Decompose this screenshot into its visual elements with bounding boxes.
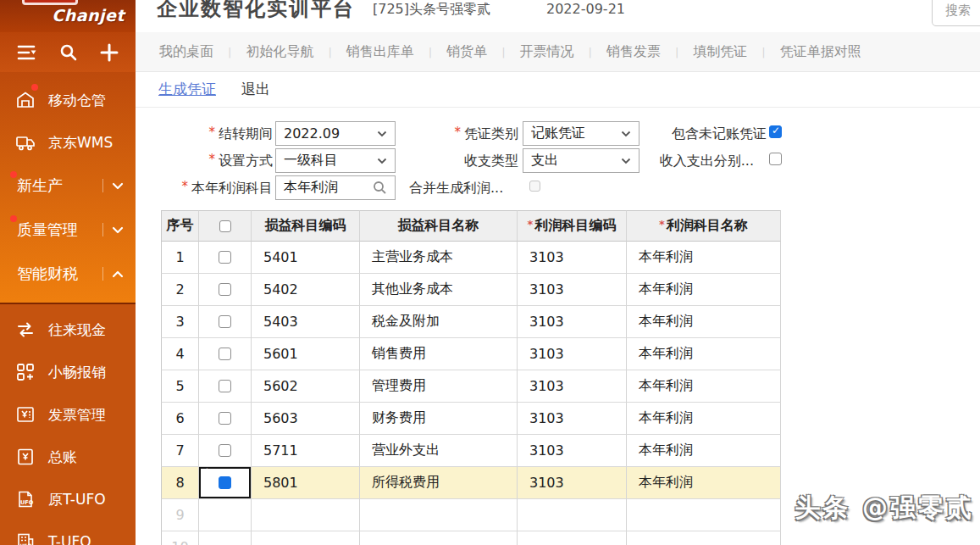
voucher-type-label: 凭证类别 <box>381 121 518 146</box>
row-checkbox[interactable] <box>219 412 231 425</box>
row-checkbox-cell[interactable] <box>199 403 252 435</box>
period-select[interactable]: 2022.09 <box>275 121 396 146</box>
profit-account-name-cell: 本年利润 <box>627 370 781 403</box>
table-row-10: 10 <box>161 531 781 545</box>
sidebar-item-T-UFO[interactable]: UFOT-UFO <box>0 520 136 545</box>
row-checkbox-cell[interactable] <box>199 435 252 467</box>
sidebar-nav-sub: 往来现金小畅报销发票管理总账UFO原T-UFOUFOT-UFO <box>0 303 136 545</box>
sidebar-group-label: 新生产 <box>17 175 102 196</box>
profit-account-name-cell: 本年利润 <box>627 274 781 306</box>
sidebar-group-新生产[interactable]: 新生产 <box>0 164 136 208</box>
sidebar-item-移动仓管[interactable]: 移动仓管 <box>0 79 136 121</box>
add-icon[interactable] <box>100 43 119 62</box>
expense-type-value: 支出 <box>531 152 558 170</box>
profit-account-input[interactable]: 本年利润 <box>275 175 396 200</box>
profit-account-code-cell: 3103 <box>518 435 627 467</box>
seq-cell: 2 <box>161 274 199 306</box>
table-row-9: 9 <box>161 499 781 531</box>
sidebar-item-京东WMS[interactable]: 京东WMS <box>0 121 136 164</box>
merge-generate-checkbox[interactable] <box>529 181 540 192</box>
expense-type-select[interactable]: 支出 <box>523 148 639 173</box>
loss-account-name-cell <box>360 499 518 531</box>
table-row-5: 55602管理费用3103本年利润 <box>161 370 781 403</box>
profit-account-name-cell: 本年利润 <box>627 435 781 467</box>
row-checkbox-cell[interactable] <box>199 274 252 306</box>
loss-account-code-cell: 5601 <box>252 338 360 370</box>
tab-separator: | <box>328 46 331 58</box>
row-checkbox[interactable] <box>219 251 231 264</box>
tab-凭证单据对照[interactable]: 凭证单据对照 <box>780 43 861 61</box>
separate-income-expense-label: 收入支出分别... <box>658 148 754 173</box>
sidebar-nav-main: 移动仓管京东WMS新生产质量管理智能财税 <box>0 72 136 303</box>
tab-我的桌面[interactable]: 我的桌面 <box>159 43 213 61</box>
ledger-icon <box>15 447 36 467</box>
row-checkbox[interactable] <box>219 283 231 296</box>
voucher-type-select[interactable]: 记账凭证 <box>523 121 639 146</box>
generate-voucher-link[interactable]: 生成凭证 <box>158 80 216 99</box>
sidebar: Chanjet 移动仓管京东WMS新生产质量管理智能财税 往来现金小畅报销发票管… <box>0 0 136 545</box>
setting-mode-select[interactable]: 一级科目 <box>275 148 396 173</box>
exchange-icon <box>15 320 36 340</box>
tab-填制凭证[interactable]: 填制凭证 <box>693 43 747 61</box>
row-checkbox[interactable] <box>219 476 231 489</box>
table-row-7: 75711营业外支出3103本年利润 <box>161 435 781 467</box>
magnifier-icon[interactable] <box>373 181 387 195</box>
sidebar-group-智能财税[interactable]: 智能财税 <box>0 252 136 296</box>
exit-link[interactable]: 退出 <box>241 80 270 99</box>
row-checkbox[interactable] <box>219 315 231 328</box>
sidebar-item-label: 发票管理 <box>48 405 106 425</box>
truck-icon <box>15 132 36 153</box>
tab-初始化导航[interactable]: 初始化导航 <box>246 43 313 61</box>
sidebar-item-小畅报销[interactable]: 小畅报销 <box>0 351 136 393</box>
tab-separator: | <box>429 46 432 58</box>
sidebar-item-总账[interactable]: 总账 <box>0 436 136 478</box>
row-checkbox-cell[interactable] <box>199 467 252 499</box>
required-asterisk: * <box>528 218 534 231</box>
loss-account-name-cell <box>360 531 518 545</box>
row-checkbox[interactable] <box>219 380 231 392</box>
row-checkbox[interactable] <box>219 348 231 360</box>
search-icon[interactable] <box>59 43 78 62</box>
row-checkbox[interactable] <box>219 444 231 457</box>
sidebar-item-往来现金[interactable]: 往来现金 <box>0 309 136 351</box>
column-header-利润科目编码: *利润科目编码 <box>518 210 627 242</box>
profit-account-code-cell <box>518 531 627 545</box>
select-all-checkbox[interactable] <box>219 220 231 232</box>
sidebar-group-label: 质量管理 <box>17 220 102 240</box>
tab-销售出库单[interactable]: 销售出库单 <box>346 43 414 61</box>
row-checkbox-cell[interactable] <box>199 338 252 370</box>
table-row-1: 15401主营业务成本3103本年利润 <box>161 242 781 274</box>
notification-badge <box>10 171 17 178</box>
loss-account-name-cell: 主营业务成本 <box>360 242 518 274</box>
menu-icon[interactable] <box>17 44 37 61</box>
main-area: 企业数智化实训平台 [725]头条号强零贰 2022-09-21 搜索 我的桌面… <box>136 0 980 545</box>
separate-income-expense-checkbox[interactable] <box>769 153 782 165</box>
search-button[interactable]: 搜索 <box>932 0 980 26</box>
row-checkbox-cell[interactable] <box>199 242 252 274</box>
tab-separator: | <box>761 46 765 58</box>
account-name: [725]头条号强零贰 <box>373 1 490 19</box>
tab-销货单[interactable]: 销货单 <box>446 43 487 61</box>
seq-cell: 10 <box>161 531 199 545</box>
column-header-序号: 序号 <box>161 210 199 242</box>
sidebar-item-原T-UFO[interactable]: UFO原T-UFO <box>0 478 136 520</box>
profit-account-code-cell: 3103 <box>518 306 627 338</box>
row-checkbox-cell[interactable] <box>199 370 252 403</box>
loss-account-code-cell <box>252 499 360 531</box>
include-unposted-label: 包含未记账凭证 <box>661 121 767 146</box>
include-unposted-checkbox[interactable] <box>769 125 782 138</box>
merge-generate-label: 合并生成利润... <box>409 175 519 200</box>
loss-account-code-cell <box>252 531 360 545</box>
tab-开票情况[interactable]: 开票情况 <box>520 43 574 61</box>
seq-cell: 6 <box>161 403 199 435</box>
sidebar-group-质量管理[interactable]: 质量管理 <box>0 208 136 252</box>
loss-account-name-cell: 管理费用 <box>360 370 518 403</box>
tab-销售发票[interactable]: 销售发票 <box>606 43 661 61</box>
sidebar-item-发票管理[interactable]: 发票管理 <box>0 393 136 436</box>
loss-account-name-cell: 所得税费用 <box>360 467 518 499</box>
row-checkbox-cell[interactable] <box>199 306 252 338</box>
logo-block: Chanjet <box>0 0 136 32</box>
sidebar-item-label: 往来现金 <box>48 320 106 340</box>
sidebar-group-label: 智能财税 <box>17 264 102 284</box>
profit-account-value: 本年利润 <box>284 179 338 197</box>
